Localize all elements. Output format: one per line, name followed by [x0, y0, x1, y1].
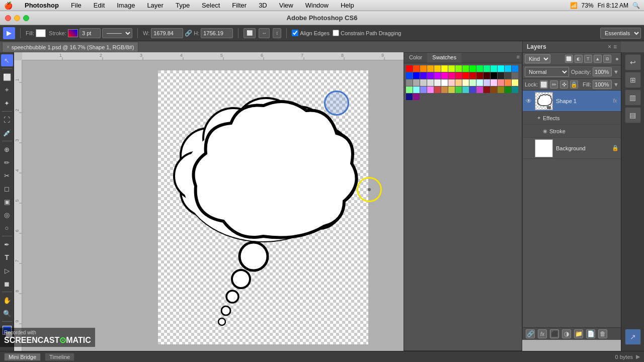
mini-bridge-tab[interactable]: Mini Bridge [4, 353, 41, 361]
crop-tool[interactable]: ⛶ [1, 114, 13, 126]
path-selection-tool[interactable]: ▶ [3, 27, 15, 39]
link-layers-btn[interactable]: 🔗 [526, 329, 535, 338]
color-swatch[interactable] [406, 94, 413, 100]
menu-help[interactable]: Help [338, 1, 357, 10]
menu-photoshop[interactable]: Photoshop [22, 1, 62, 10]
canvas-area[interactable]: 1 2 3 4 5 6 7 8 9 10 [14, 52, 404, 351]
layers-filter-select[interactable]: Kind [525, 54, 550, 63]
eyedropper-tool[interactable]: 💉 [1, 127, 13, 139]
layers-list[interactable]: 👁 [523, 90, 621, 327]
color-swatch[interactable] [448, 72, 455, 79]
color-swatch[interactable] [427, 79, 434, 86]
progress-arrow-btn[interactable]: ▶ [636, 353, 640, 360]
cols-btn[interactable]: ▥ [625, 89, 641, 106]
lock-transparent-icon[interactable]: ⬜ [540, 80, 548, 88]
color-swatch[interactable] [441, 79, 448, 86]
stroke-size-input[interactable] [79, 28, 101, 38]
color-swatch[interactable] [462, 79, 469, 86]
new-fill-btn[interactable]: ◑ [562, 329, 571, 338]
menu-edit[interactable]: Edit [91, 1, 108, 10]
delete-layer-btn[interactable]: 🗑 [598, 329, 607, 338]
color-swatch[interactable] [469, 72, 476, 79]
workspace-selector[interactable]: Essentials [600, 28, 641, 39]
color-swatch[interactable] [491, 86, 497, 93]
color-swatch[interactable] [498, 72, 504, 79]
color-swatch[interactable] [455, 79, 462, 86]
color-swatch[interactable] [484, 72, 490, 79]
menu-3d[interactable]: 3D [256, 1, 270, 10]
filter-active-indicator[interactable]: ● [615, 55, 619, 62]
color-swatch[interactable] [455, 86, 462, 93]
color-swatch[interactable] [462, 86, 469, 93]
blur-tool[interactable]: ◎ [1, 209, 13, 221]
constrain-path-label[interactable]: Constrain Path Dragging [333, 30, 401, 36]
menu-layer[interactable]: Layer [144, 1, 167, 10]
lock-all-icon[interactable]: 🔒 [570, 80, 578, 88]
menu-select[interactable]: Select [199, 1, 223, 10]
grid-btn[interactable]: ⊞ [625, 72, 641, 88]
color-swatch[interactable] [448, 65, 455, 72]
color-swatch[interactable] [413, 65, 420, 72]
sublayer-effects[interactable]: ✦ Effects [523, 112, 621, 125]
shape-tool[interactable]: ◼ [1, 278, 13, 290]
close-button[interactable] [5, 15, 11, 21]
filter-type-icon[interactable]: T [584, 55, 592, 63]
color-swatch[interactable] [469, 79, 476, 86]
panel-options-btn[interactable]: ≡ [515, 53, 522, 63]
eraser-tool[interactable]: ◻ [1, 183, 13, 195]
filter-adjust-icon[interactable]: ◐ [575, 55, 583, 63]
lock-position-icon[interactable]: ✜ [560, 80, 568, 88]
link-icon[interactable]: 🔗 [185, 30, 192, 37]
color-swatch[interactable] [427, 65, 434, 72]
dodge-tool[interactable]: ○ [1, 222, 13, 234]
stroke-color[interactable] [68, 29, 78, 37]
doc-tab-close[interactable]: × [7, 44, 10, 50]
menu-type[interactable]: Type [173, 1, 193, 10]
swatches-tab[interactable]: Swatches [427, 53, 461, 63]
color-swatch[interactable] [413, 79, 420, 86]
canvas-container[interactable] [22, 60, 404, 351]
color-swatch[interactable] [462, 72, 469, 79]
color-swatch[interactable] [498, 65, 504, 72]
flip-h-btn[interactable]: ↔ [259, 28, 270, 38]
filter-smart-icon[interactable]: ⧉ [603, 55, 611, 63]
color-swatch[interactable] [505, 65, 511, 72]
color-swatch[interactable] [441, 86, 448, 93]
new-layer-btn[interactable]: 📄 [586, 329, 595, 338]
layer-shape1[interactable]: 👁 [523, 90, 621, 112]
layer-shape1-fx[interactable]: fx [613, 98, 617, 104]
fill-dropdown-icon[interactable]: ▼ [613, 81, 619, 87]
lock-image-icon[interactable]: ✏ [550, 80, 558, 88]
color-swatch[interactable] [406, 86, 413, 93]
layer-background[interactable]: 👁 Background 🔒 [523, 138, 621, 159]
new-group-btn[interactable]: 📁 [574, 329, 583, 338]
sublayer-stroke[interactable]: ◉ Stroke [523, 125, 621, 138]
color-swatch[interactable] [434, 86, 441, 93]
menu-window[interactable]: Window [302, 1, 332, 10]
hand-tool[interactable]: ✋ [1, 294, 13, 306]
fill-input[interactable] [593, 80, 612, 89]
color-swatch[interactable] [469, 65, 476, 72]
color-swatch[interactable] [420, 65, 427, 72]
spot-heal-tool[interactable]: ⊕ [1, 143, 13, 155]
color-swatch[interactable] [512, 72, 518, 79]
color-swatch[interactable] [420, 86, 427, 93]
color-swatch[interactable] [505, 86, 511, 93]
menu-image[interactable]: Image [114, 1, 138, 10]
color-swatch[interactable] [498, 86, 504, 93]
width-input[interactable] [151, 28, 183, 38]
color-swatch[interactable] [491, 72, 497, 79]
color-swatch[interactable] [406, 65, 413, 72]
color-swatch[interactable] [420, 79, 427, 86]
color-swatch[interactable] [491, 65, 497, 72]
color-swatch[interactable] [413, 94, 420, 100]
color-swatch[interactable] [434, 79, 441, 86]
color-swatch[interactable] [441, 65, 448, 72]
color-swatch[interactable] [512, 65, 518, 72]
color-swatch[interactable] [491, 79, 497, 86]
add-style-btn[interactable]: fx [538, 329, 547, 338]
color-swatch[interactable] [434, 72, 441, 79]
align-edges-checkbox[interactable] [292, 30, 298, 36]
clone-tool[interactable]: ✂ [1, 169, 13, 182]
type-tool[interactable]: T [1, 251, 13, 263]
